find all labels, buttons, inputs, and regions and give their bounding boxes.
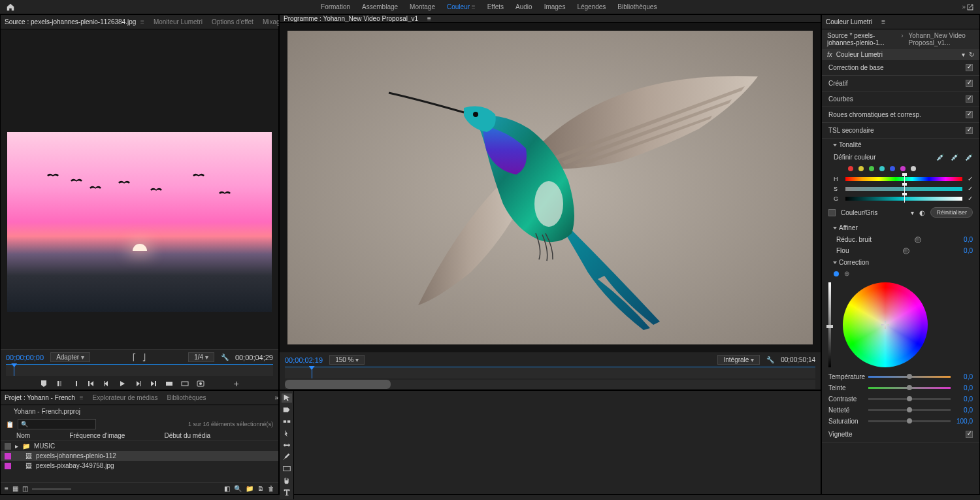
freeform-icon[interactable]: ◫ bbox=[22, 485, 28, 492]
reset-icon[interactable]: ↻ bbox=[969, 51, 974, 58]
bin-icon[interactable]: 📋 bbox=[6, 421, 14, 428]
hue-slider[interactable] bbox=[845, 177, 962, 181]
green-key[interactable] bbox=[869, 166, 874, 171]
project-tab[interactable]: Projet : Yohann - French ≡ bbox=[5, 394, 83, 401]
section-creative[interactable]: Créatif bbox=[828, 80, 847, 87]
contrast-slider[interactable] bbox=[868, 398, 951, 400]
selection-tool-icon[interactable] bbox=[282, 393, 292, 403]
program-tc-out[interactable]: 00;00;50;14 bbox=[781, 356, 815, 363]
cyan-key[interactable] bbox=[879, 166, 885, 171]
section-base[interactable]: Correction de base bbox=[828, 64, 884, 71]
curves-check[interactable] bbox=[966, 95, 973, 103]
source-tab[interactable]: Options d'effet bbox=[212, 18, 253, 25]
project-tab[interactable]: Bibliothèques bbox=[167, 394, 206, 401]
luma-slider[interactable] bbox=[828, 282, 831, 367]
project-tab[interactable]: Explorateur de médias bbox=[92, 394, 157, 401]
sharp-slider[interactable] bbox=[868, 409, 951, 411]
program-fit[interactable]: Intégrale ▾ bbox=[717, 355, 760, 365]
trash-icon[interactable]: 🗑 bbox=[268, 485, 274, 492]
goto-out-icon[interactable] bbox=[150, 380, 157, 388]
workspace-tab-légendes[interactable]: Légendes bbox=[577, 3, 606, 10]
razor-tool-icon[interactable] bbox=[282, 429, 292, 438]
add-marker-icon[interactable] bbox=[40, 380, 48, 388]
program-ruler[interactable] bbox=[285, 367, 815, 378]
workspace-tab-images[interactable]: Images bbox=[544, 3, 566, 10]
mode-dot[interactable] bbox=[834, 271, 839, 276]
step-fwd-icon[interactable] bbox=[134, 380, 142, 388]
overwrite-icon[interactable] bbox=[181, 380, 189, 388]
mark-in-icon[interactable]: ⎡ bbox=[133, 354, 136, 361]
rect-tool-icon[interactable] bbox=[282, 464, 292, 473]
tsl-check[interactable] bbox=[966, 127, 973, 134]
program-tab[interactable]: Programme : Yohann_New Video Proposal_v1 bbox=[284, 15, 418, 22]
sat-slider2[interactable] bbox=[868, 420, 951, 422]
eyedropper-sub-icon[interactable]: 💉 bbox=[965, 154, 973, 161]
hand-tool-icon[interactable] bbox=[282, 476, 292, 485]
program-zoom[interactable]: 150 % ▾ bbox=[329, 355, 365, 365]
zoom-scrollbar[interactable] bbox=[285, 380, 391, 389]
mode-wheels-icon[interactable]: ⊕ bbox=[844, 270, 849, 277]
home-icon[interactable] bbox=[5, 3, 16, 12]
mask-icon[interactable]: ▾ bbox=[911, 209, 914, 216]
source-tab[interactable]: Source : pexels-johannes-plenio-1126384.… bbox=[5, 18, 144, 25]
new-item-icon[interactable]: 🗎 bbox=[257, 485, 264, 492]
source-fit[interactable]: Adapter ▾ bbox=[50, 352, 90, 362]
step-back-icon[interactable] bbox=[103, 380, 110, 388]
program-monitor[interactable] bbox=[287, 31, 813, 344]
mark-out-btn[interactable] bbox=[71, 380, 79, 388]
workspace-tab-audio[interactable]: Audio bbox=[515, 3, 532, 10]
lum-slider[interactable] bbox=[845, 197, 962, 201]
close-icon[interactable]: ≡ bbox=[427, 15, 431, 22]
new-bin-icon[interactable]: 📁 bbox=[246, 485, 253, 492]
invert-icon[interactable]: ◐ bbox=[919, 209, 925, 216]
sat-slider[interactable] bbox=[845, 187, 962, 191]
lumetri-tab[interactable]: Couleur Lumetri bbox=[826, 18, 872, 25]
program-tc-in[interactable]: 00;00;02;19 bbox=[285, 356, 323, 364]
section-vignette[interactable]: Vignette bbox=[828, 431, 853, 438]
section-curves[interactable]: Courbes bbox=[828, 95, 853, 103]
source-tc-out[interactable]: 00;00;04;29 bbox=[235, 354, 273, 361]
basic-check[interactable] bbox=[966, 64, 973, 71]
find-icon[interactable]: 🔍 bbox=[234, 485, 242, 492]
red-key[interactable] bbox=[848, 166, 853, 171]
section-tsl[interactable]: TSL secondaire bbox=[828, 127, 874, 134]
list-view-icon[interactable]: ≡ bbox=[5, 485, 8, 492]
colorgris-check[interactable] bbox=[828, 209, 836, 216]
reset-s[interactable]: ✓ bbox=[968, 185, 973, 192]
color-wheel[interactable] bbox=[843, 282, 928, 367]
workspace-tab-montage[interactable]: Montage bbox=[410, 3, 435, 10]
slip-tool-icon[interactable] bbox=[282, 441, 292, 450]
bin-row[interactable]: 🖼pexels-pixabay-349758.jpg bbox=[1, 461, 278, 471]
wrench-icon[interactable]: 🔧 bbox=[766, 356, 774, 363]
reset-button[interactable]: Réinitialiser bbox=[930, 207, 973, 218]
blur-knob[interactable] bbox=[903, 248, 909, 254]
creative-check[interactable] bbox=[966, 80, 973, 87]
export-frame-icon[interactable] bbox=[197, 380, 204, 388]
track-select-icon[interactable] bbox=[282, 405, 292, 414]
source-monitor[interactable] bbox=[7, 132, 272, 312]
tonalite-label[interactable]: Tonalité bbox=[839, 141, 861, 148]
blue-key[interactable] bbox=[890, 166, 895, 171]
zoom-slider[interactable] bbox=[32, 488, 71, 490]
reset-g[interactable]: ✓ bbox=[968, 195, 973, 202]
icon-view-icon[interactable]: ▦ bbox=[12, 485, 18, 492]
workspace-tab-bibliothèques[interactable]: Bibliothèques bbox=[617, 3, 657, 10]
reset-h[interactable]: ✓ bbox=[968, 175, 973, 182]
bin-row[interactable]: 🖼pexels-johannes-plenio-112 bbox=[1, 451, 278, 461]
source-tc-in[interactable]: 00;00;00;00 bbox=[6, 354, 44, 361]
search-input[interactable] bbox=[18, 419, 96, 429]
source-ruler[interactable] bbox=[6, 364, 273, 376]
magenta-key[interactable] bbox=[900, 166, 906, 171]
wheels-check[interactable] bbox=[966, 111, 973, 118]
workspace-tab-formation[interactable]: Formation bbox=[321, 3, 350, 10]
tint-slider[interactable] bbox=[868, 387, 951, 389]
denoise-knob[interactable] bbox=[915, 237, 921, 243]
lumetri-source[interactable]: Source * pexels-johannes-plenio-1... bbox=[827, 32, 896, 46]
correction-label[interactable]: Correction bbox=[839, 259, 869, 266]
workspace-tab-couleur[interactable]: Couleur ≡ bbox=[447, 3, 476, 10]
section-wheels[interactable]: Roues chromatiques et corresp. bbox=[828, 111, 921, 118]
share-icon[interactable] bbox=[966, 3, 975, 12]
ripple-tool-icon[interactable] bbox=[282, 417, 292, 426]
goto-in-icon[interactable] bbox=[87, 380, 95, 388]
temp-slider[interactable] bbox=[868, 376, 951, 378]
